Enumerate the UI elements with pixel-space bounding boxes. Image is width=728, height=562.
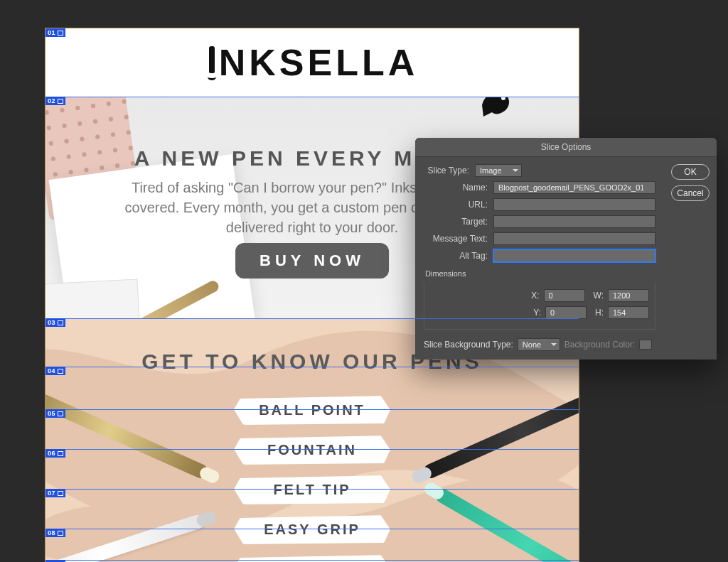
pen-type-label: BALL POINT [234, 395, 390, 425]
y-input[interactable] [545, 306, 587, 319]
slice-image-icon [58, 369, 63, 374]
x-label: X: [531, 291, 539, 301]
slice-badge-04[interactable]: 04 [46, 367, 65, 375]
name-input[interactable] [493, 181, 655, 194]
slice-type-select[interactable]: Image [475, 164, 522, 177]
h-label: H: [595, 308, 604, 318]
slice-divider [46, 97, 579, 97]
slice-image-icon [58, 411, 63, 416]
target-input[interactable] [493, 215, 655, 228]
slice-image-icon [58, 531, 63, 536]
slice-01-logo-area: NKSELLA [46, 28, 579, 97]
h-input[interactable] [608, 306, 649, 319]
slice-divider [46, 318, 579, 319]
url-input[interactable] [493, 198, 655, 211]
bg-color-swatch[interactable] [639, 340, 652, 350]
cancel-button[interactable]: Cancel [671, 185, 710, 201]
pen-type-label: FOUNTAIN [234, 435, 390, 465]
slice-badge-02[interactable]: 02 [46, 97, 65, 105]
slice-bg-type-select[interactable]: None [518, 338, 560, 351]
slice-divider [46, 489, 579, 490]
slice-options-dialog[interactable]: Slice Options Slice Type: Image Name: UR… [415, 138, 717, 360]
logo-text: NKSELLA [219, 41, 419, 84]
w-input[interactable] [608, 289, 649, 302]
url-label: URL: [424, 200, 493, 210]
dialog-title: Slice Options [415, 138, 717, 157]
slice-image-icon [58, 451, 63, 456]
message-text-label: Message Text: [424, 234, 493, 244]
slice-divider [46, 409, 579, 410]
buy-now-button[interactable]: BUY NOW [235, 243, 389, 279]
y-label: Y: [533, 308, 541, 318]
slice-image-icon [58, 99, 63, 104]
message-text-input[interactable] [493, 232, 655, 245]
slice-badge-06[interactable]: 06 [46, 449, 65, 458]
slice-bg-type-label: Slice Background Type: [424, 340, 513, 350]
slice-badge-05[interactable]: 05 [46, 409, 65, 418]
ok-button[interactable]: OK [671, 164, 710, 180]
slice-image-icon [58, 31, 63, 36]
slice-image-icon [58, 320, 63, 325]
pen-type-label: EASY GRIP [234, 514, 390, 544]
slice-badge-07[interactable]: 07 [46, 489, 65, 497]
target-label: Target: [424, 217, 493, 227]
inksella-logo: NKSELLA [206, 41, 419, 84]
dimensions-label: Dimensions [425, 269, 655, 278]
logo-pen-icon [206, 46, 218, 79]
slice-type-label: Slice Type: [424, 166, 475, 175]
name-label: Name: [424, 183, 493, 193]
slice-divider [46, 529, 579, 529]
alt-tag-label: Alt Tag: [424, 251, 493, 261]
slice-divider [46, 560, 579, 561]
slice-badge-03[interactable]: 03 [46, 318, 65, 327]
slice-badge-01[interactable]: 01 [46, 28, 65, 37]
slice-badge-08[interactable]: 08 [46, 529, 65, 537]
pen-type-label: FELT TIP [234, 475, 390, 504]
slice-divider [46, 449, 579, 450]
x-input[interactable] [544, 289, 585, 302]
slice-divider [46, 367, 579, 367]
bg-color-label: Background Color: [564, 340, 635, 350]
hero-ruler [46, 279, 141, 318]
slice-image-icon [58, 491, 63, 496]
hero-bird-icon [478, 97, 516, 118]
alt-tag-input[interactable] [493, 249, 655, 262]
w-label: W: [594, 291, 604, 301]
